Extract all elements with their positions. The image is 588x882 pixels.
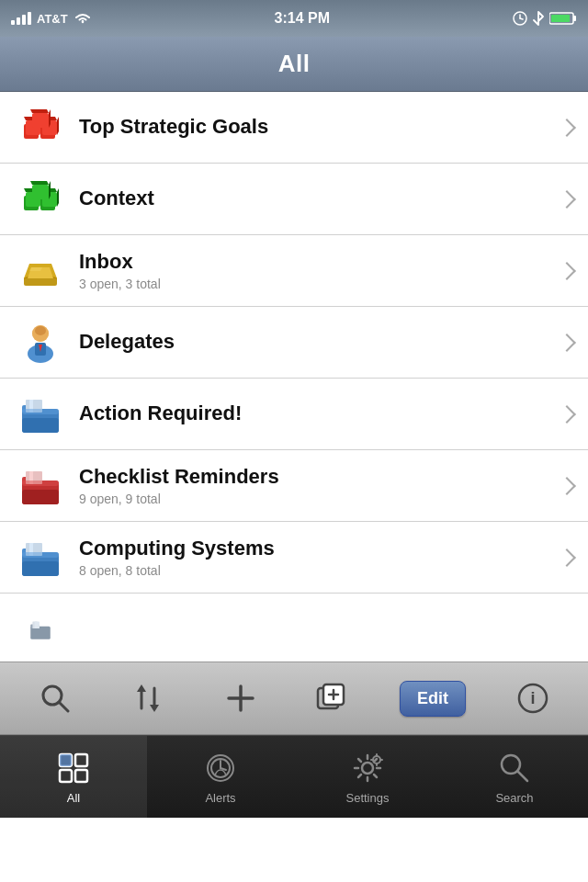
item-content: Inbox 3 open, 3 total <box>79 250 553 290</box>
wifi-icon <box>74 11 92 26</box>
svg-rect-80 <box>75 754 87 766</box>
svg-line-94 <box>358 759 361 762</box>
svg-marker-15 <box>30 109 49 113</box>
list-item[interactable]: Computing Systems 8 open, 8 total <box>0 522 588 594</box>
tab-all-icon <box>54 749 93 787</box>
list-item[interactable]: Checklist Reminders 9 open, 9 total <box>0 450 588 522</box>
item-icon-context <box>15 174 66 225</box>
svg-rect-25 <box>32 185 49 199</box>
duplicate-button[interactable] <box>307 673 358 724</box>
list-container: Top Strategic Goals Context <box>0 92 588 662</box>
item-title: Context <box>79 187 553 210</box>
svg-line-104 <box>517 771 527 781</box>
search-button[interactable] <box>29 673 81 724</box>
svg-rect-64 <box>35 621 40 628</box>
bluetooth-icon <box>533 10 544 27</box>
item-icon-partial <box>15 604 66 655</box>
item-content: Computing Systems 8 open, 8 total <box>79 537 553 577</box>
svg-line-95 <box>374 775 377 777</box>
tab-settings-label: Settings <box>346 791 390 805</box>
item-subtitle: 3 open, 3 total <box>79 277 553 291</box>
item-subtitle: 9 open, 9 total <box>79 492 553 506</box>
edit-button[interactable]: Edit <box>400 681 466 717</box>
status-left: AT&T <box>11 11 92 26</box>
tab-settings-icon <box>348 749 387 787</box>
svg-line-66 <box>59 702 68 711</box>
svg-marker-70 <box>150 705 159 712</box>
tab-bar: All Alerts <box>0 735 588 818</box>
info-button[interactable]: i <box>507 673 559 724</box>
chevron-icon <box>558 548 576 567</box>
tab-search-label: Search <box>495 791 533 805</box>
tab-all-label: All <box>67 791 80 805</box>
svg-marker-68 <box>137 684 146 692</box>
svg-rect-59 <box>22 561 59 576</box>
item-content: Checklist Reminders 9 open, 9 total <box>79 465 553 505</box>
tab-search-icon <box>495 749 534 787</box>
svg-line-2 <box>520 18 523 19</box>
item-content: Action Required! <box>79 401 553 425</box>
item-title: Computing Systems <box>79 537 553 560</box>
svg-rect-45 <box>22 418 59 433</box>
svg-rect-83 <box>60 754 72 766</box>
item-content: Top Strategic Goals <box>79 115 553 139</box>
status-right <box>513 10 577 27</box>
signal-bars <box>11 12 31 25</box>
item-icon-computing-systems <box>15 532 66 583</box>
list-item[interactable]: Top Strategic Goals <box>0 92 588 164</box>
toolbar: Edit i <box>0 662 588 735</box>
chevron-icon <box>558 334 576 352</box>
sort-button[interactable] <box>122 673 174 724</box>
battery-icon <box>549 11 577 26</box>
item-title: Action Required! <box>79 401 553 425</box>
svg-marker-33 <box>29 267 42 271</box>
tab-alerts[interactable]: Alerts <box>147 736 294 818</box>
tab-alerts-label: Alerts <box>205 791 235 805</box>
item-title: Inbox <box>79 250 553 274</box>
svg-rect-4 <box>573 16 576 21</box>
clock-icon <box>513 11 527 26</box>
svg-point-88 <box>362 763 373 774</box>
svg-rect-52 <box>22 490 59 504</box>
chevron-icon <box>558 262 576 280</box>
svg-marker-24 <box>57 188 59 207</box>
tab-settings[interactable]: Settings <box>294 736 441 818</box>
svg-rect-5 <box>551 15 570 22</box>
svg-rect-14 <box>32 113 49 128</box>
carrier-label: AT&T <box>37 12 68 26</box>
chevron-icon <box>558 119 576 137</box>
svg-text:i: i <box>530 689 535 707</box>
tab-search[interactable]: Search <box>441 736 588 818</box>
svg-marker-26 <box>30 181 49 185</box>
svg-rect-60 <box>22 552 59 558</box>
page-title: All <box>278 50 311 78</box>
item-content: Context <box>79 187 553 210</box>
item-icon-inbox <box>15 245 66 297</box>
item-icon-delegates <box>15 317 66 368</box>
item-title: Top Strategic Goals <box>79 115 553 139</box>
svg-line-97 <box>358 775 361 777</box>
status-time: 3:14 PM <box>275 10 330 27</box>
svg-rect-81 <box>60 770 72 782</box>
list-item[interactable]: Action Required! <box>0 379 588 450</box>
item-title: Checklist Reminders <box>79 465 553 489</box>
item-subtitle: 8 open, 8 total <box>79 563 553 578</box>
svg-rect-46 <box>22 409 59 414</box>
svg-point-39 <box>35 326 46 335</box>
list-item[interactable]: Context <box>0 164 588 235</box>
tab-all[interactable]: All <box>0 736 147 818</box>
list-item[interactable]: Inbox 3 open, 3 total <box>0 235 588 307</box>
svg-rect-32 <box>24 278 57 286</box>
add-button[interactable] <box>215 673 266 724</box>
list-item[interactable]: Delegates <box>0 307 588 379</box>
chevron-icon <box>558 477 576 495</box>
svg-rect-82 <box>75 770 87 782</box>
svg-line-96 <box>374 759 377 762</box>
list-item-partial[interactable] <box>0 594 588 662</box>
item-icon-action-required <box>15 389 66 440</box>
chevron-icon <box>558 190 576 209</box>
item-title: Delegates <box>79 330 553 354</box>
svg-marker-13 <box>57 117 59 135</box>
item-content: Delegates <box>79 330 553 354</box>
chevron-icon <box>558 405 576 424</box>
